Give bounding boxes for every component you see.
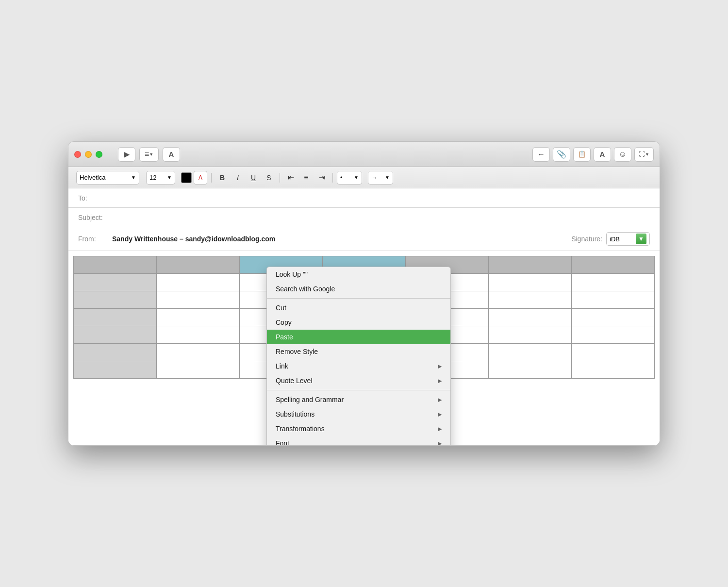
font-size-selector[interactable]: 12 ▼ [146, 171, 175, 184]
italic-button[interactable]: I [231, 171, 245, 184]
table-cell [489, 291, 572, 309]
send-icon: ▶ [124, 150, 130, 159]
table-cell [157, 291, 240, 309]
font2-button[interactable]: A [594, 147, 611, 162]
signature-value: iDB [610, 235, 620, 243]
menu-item-label: Search with Google [276, 285, 335, 293]
subject-field: Subject: [68, 208, 660, 227]
list-selector[interactable]: • ▼ [337, 171, 362, 184]
table-header-cell [74, 256, 157, 274]
indent-selector[interactable]: → ▼ [368, 171, 393, 184]
emoji-icon: ☺ [619, 150, 627, 159]
table-cell [489, 309, 572, 326]
list-view-button[interactable]: ≡ ▼ [139, 147, 159, 162]
bold-button[interactable]: B [215, 171, 229, 184]
context-menu: Look Up ""Search with GoogleCutCopyPaste… [266, 267, 451, 446]
from-label: From: [78, 235, 112, 243]
align-left-button[interactable]: ⇤ [284, 171, 298, 184]
table-cell [489, 361, 572, 379]
menu-item-spelling[interactable]: Spelling and Grammar▶ [267, 392, 450, 407]
from-value: Sandy Writtenhouse – sandy@idownloadblog… [112, 235, 275, 243]
menu-item-remove-style[interactable]: Remove Style [267, 344, 450, 359]
menu-item-label: Font [276, 439, 289, 446]
table-cell [572, 309, 655, 326]
clear-format-button[interactable]: A [194, 171, 207, 184]
from-field: From: Sandy Writtenhouse – sandy@idownlo… [68, 227, 660, 251]
menu-item-cut[interactable]: Cut [267, 301, 450, 315]
minimize-button[interactable] [85, 151, 92, 158]
submenu-arrow-icon: ▶ [438, 378, 442, 384]
submenu-arrow-icon: ▶ [438, 440, 442, 446]
signature-arrow: ▼ [636, 234, 646, 244]
menu-item-label: Quote Level [276, 377, 313, 385]
table-cell [489, 274, 572, 291]
font-icon: A [169, 150, 174, 158]
size-selector-chevron: ▼ [167, 175, 172, 180]
signature-selector[interactable]: iDB ▼ [606, 232, 650, 246]
menu-item-transformations[interactable]: Transformations▶ [267, 421, 450, 436]
font2-icon: A [600, 150, 605, 158]
list-icon: • [340, 174, 343, 181]
table-header-cell [157, 256, 240, 274]
paperclip-icon: 📎 [557, 150, 566, 159]
attach2-button[interactable]: 📋 [573, 147, 591, 162]
traffic-lights [74, 151, 102, 158]
table-header-cell [572, 256, 655, 274]
menu-item-link[interactable]: Link▶ [267, 359, 450, 373]
table-cell [157, 309, 240, 326]
menu-item-substitutions[interactable]: Substitutions▶ [267, 407, 450, 421]
table-cell [572, 344, 655, 361]
menu-item-lookup[interactable]: Look Up "" [267, 267, 450, 282]
clipboard-icon: 📋 [578, 151, 586, 158]
menu-item-label: Look Up "" [276, 270, 308, 278]
menu-item-label: Copy [276, 319, 292, 326]
menu-separator [267, 298, 450, 299]
menu-item-quote-level[interactable]: Quote Level▶ [267, 373, 450, 388]
mail-window: ▶ ≡ ▼ A ← 📎 📋 A ☺ ⛶ [68, 141, 660, 446]
emoji-button[interactable]: ☺ [614, 147, 631, 162]
attach-button[interactable]: 📎 [553, 147, 570, 162]
strikethrough-button[interactable]: S [262, 171, 276, 184]
subject-label: Subject: [78, 214, 112, 221]
menu-item-font[interactable]: Font▶ [267, 436, 450, 446]
back-icon: ← [537, 150, 545, 159]
menu-item-label: Transformations [276, 425, 325, 433]
signature-label: Signature: [571, 235, 602, 243]
format-separator-1 [211, 173, 212, 183]
menu-item-copy[interactable]: Copy [267, 315, 450, 330]
chevron-down-icon: ▼ [149, 152, 153, 157]
close-button[interactable] [74, 151, 81, 158]
table-cell [572, 361, 655, 379]
maximize-button[interactable] [96, 151, 102, 158]
menu-item-label: Cut [276, 304, 286, 312]
menu-item-label: Link [276, 362, 288, 370]
table-cell [157, 344, 240, 361]
table-header-cell [489, 256, 572, 274]
submenu-arrow-icon: ▶ [438, 363, 442, 369]
media-chevron-icon: ▼ [645, 152, 649, 157]
media-button[interactable]: ⛶ ▼ [634, 147, 654, 162]
color-swatch[interactable] [181, 172, 192, 183]
signature-area: Signature: iDB ▼ [571, 232, 650, 246]
font-button[interactable]: A [163, 147, 180, 162]
menu-item-paste[interactable]: Paste [267, 330, 450, 344]
email-body[interactable]: Look Up ""Search with GoogleCutCopyPaste… [68, 251, 660, 445]
send-button[interactable]: ▶ [118, 147, 135, 162]
table-row-header [74, 326, 157, 344]
back-button[interactable]: ← [532, 147, 550, 162]
font-selector[interactable]: Helvetica ▼ [76, 171, 139, 184]
format-separator-2 [280, 173, 280, 183]
to-label: To: [78, 194, 112, 202]
menu-item-label: Paste [276, 333, 293, 341]
format-separator-3 [332, 173, 333, 183]
underline-button[interactable]: U [247, 171, 260, 184]
submenu-arrow-icon: ▶ [438, 411, 442, 418]
align-right-button[interactable]: ⇥ [315, 171, 329, 184]
menu-item-search[interactable]: Search with Google [267, 282, 450, 296]
table-cell [572, 274, 655, 291]
media-icon: ⛶ [639, 151, 645, 158]
align-center-button[interactable]: ≡ [299, 171, 313, 184]
indent-chevron-icon: ▼ [385, 175, 390, 180]
to-field: To: [68, 188, 660, 208]
table-cell [489, 344, 572, 361]
